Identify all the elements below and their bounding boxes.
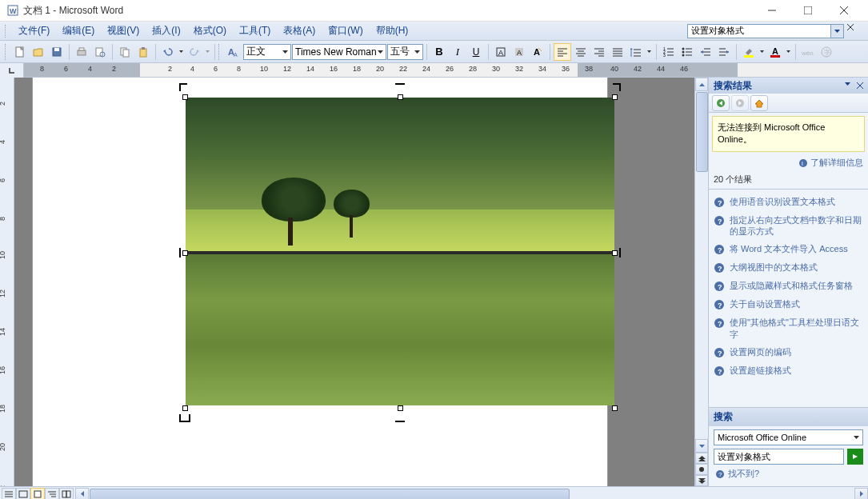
redo-button[interactable] bbox=[186, 43, 203, 61]
result-item[interactable]: ?将 Word 文本文件导入 Access bbox=[709, 240, 868, 258]
print-layout-view-button[interactable] bbox=[30, 488, 45, 500]
search-go-button[interactable] bbox=[847, 449, 863, 465]
ruler-tick: 44 bbox=[657, 65, 665, 73]
new-doc-button[interactable] bbox=[11, 43, 29, 61]
decrease-indent-button[interactable] bbox=[697, 43, 714, 61]
print-button[interactable] bbox=[73, 43, 90, 61]
font-color-button[interactable]: A bbox=[766, 43, 784, 61]
save-button[interactable] bbox=[48, 43, 66, 61]
menu-insert[interactable]: 插入(I) bbox=[146, 22, 186, 40]
align-left-button[interactable] bbox=[554, 43, 571, 61]
scroll-up-icon[interactable] bbox=[695, 78, 708, 91]
open-button[interactable] bbox=[30, 43, 47, 61]
not-found-link[interactable]: ?找不到? bbox=[714, 465, 863, 483]
svg-text:i: i bbox=[802, 160, 803, 167]
redo-dropdown[interactable] bbox=[203, 43, 211, 61]
vertical-ruler[interactable]: 24681012141618202 bbox=[0, 78, 14, 486]
copy-button[interactable] bbox=[116, 43, 134, 61]
menu-tools[interactable]: 工具(T) bbox=[233, 22, 277, 40]
scroll-left-icon[interactable] bbox=[75, 488, 89, 500]
grip-handle[interactable] bbox=[218, 44, 222, 60]
hscroll-thumb[interactable] bbox=[90, 489, 570, 500]
char-shading-button[interactable]: A bbox=[510, 43, 528, 61]
taskpane-dropdown-icon[interactable] bbox=[845, 82, 850, 89]
style-combo[interactable]: 正文 bbox=[243, 44, 291, 60]
outline-view-button[interactable] bbox=[45, 488, 59, 500]
reading-view-button[interactable] bbox=[59, 488, 74, 500]
align-right-button[interactable] bbox=[590, 43, 608, 61]
menu-table[interactable]: 表格(A) bbox=[277, 22, 322, 40]
bold-button[interactable]: B bbox=[430, 43, 448, 61]
minimize-button[interactable] bbox=[754, 0, 790, 22]
menu-edit[interactable]: 编辑(E) bbox=[56, 22, 101, 40]
search-scope-combo[interactable]: Microsoft Office Online bbox=[714, 429, 863, 445]
horizontal-ruler[interactable]: 8642246810121416182022242628303234363840… bbox=[0, 63, 868, 78]
inserted-image[interactable]: 独树一帜 bbox=[181, 85, 619, 421]
line-spacing-dropdown[interactable] bbox=[645, 43, 653, 61]
vertical-scrollbar[interactable] bbox=[694, 78, 708, 486]
menu-file[interactable]: 文件(F) bbox=[12, 22, 56, 40]
italic-button[interactable]: I bbox=[449, 43, 466, 61]
bullets-button[interactable] bbox=[678, 43, 696, 61]
result-item[interactable]: ?大纲视图中的文本格式 bbox=[709, 258, 868, 277]
undo-button[interactable] bbox=[159, 43, 177, 61]
style-format-button[interactable]: AA bbox=[225, 43, 242, 61]
grip-handle[interactable] bbox=[5, 44, 9, 60]
next-page-icon[interactable] bbox=[695, 475, 708, 486]
underline-button[interactable]: U bbox=[467, 43, 485, 61]
doc-close-button[interactable] bbox=[847, 24, 863, 38]
highlight-dropdown[interactable] bbox=[758, 43, 766, 61]
align-justify-button[interactable] bbox=[609, 43, 626, 61]
normal-view-button[interactable] bbox=[2, 488, 16, 500]
nav-forward-icon[interactable] bbox=[731, 95, 749, 111]
title-bar: W 文档 1 - Microsoft Word bbox=[0, 0, 868, 22]
scroll-down-icon[interactable] bbox=[695, 439, 708, 453]
menu-format[interactable]: 格式(O) bbox=[187, 22, 233, 40]
svg-rect-20 bbox=[142, 47, 145, 50]
result-item[interactable]: ?关于自动设置格式 bbox=[709, 295, 868, 313]
horizontal-scrollbar[interactable] bbox=[75, 488, 868, 500]
enclose-char-button[interactable]: 字 bbox=[818, 43, 835, 61]
print-preview-button[interactable] bbox=[91, 43, 109, 61]
increase-indent-button[interactable] bbox=[715, 43, 733, 61]
document-area[interactable]: 独树一帜 bbox=[14, 78, 694, 486]
nav-back-icon[interactable] bbox=[712, 95, 730, 111]
result-item[interactable]: ?使用"其他格式"工具栏处理日语文字 bbox=[709, 313, 868, 343]
close-button[interactable] bbox=[826, 0, 862, 22]
ask-question-box[interactable]: 设置对象格式 bbox=[687, 24, 831, 38]
font-effect-button[interactable]: A bbox=[529, 43, 546, 61]
result-item[interactable]: ?使用语音识别设置文本格式 bbox=[709, 193, 868, 211]
browse-object-icon[interactable] bbox=[695, 464, 708, 475]
fontsize-combo[interactable]: 五号 bbox=[387, 44, 423, 60]
grip-handle[interactable] bbox=[5, 25, 9, 38]
ask-dropdown-icon[interactable] bbox=[831, 24, 844, 38]
menu-window[interactable]: 窗口(W) bbox=[322, 22, 369, 40]
paste-button[interactable] bbox=[134, 43, 152, 61]
result-item[interactable]: ?设置网页的编码 bbox=[709, 343, 868, 361]
result-item[interactable]: ?设置超链接格式 bbox=[709, 361, 868, 380]
search-input[interactable] bbox=[714, 449, 844, 465]
undo-dropdown[interactable] bbox=[177, 43, 185, 61]
tab-selector-icon[interactable] bbox=[0, 63, 24, 78]
align-center-button[interactable] bbox=[572, 43, 590, 61]
web-view-button[interactable] bbox=[16, 488, 30, 500]
phonetic-guide-button[interactable]: wén bbox=[799, 43, 817, 61]
taskpane-close-icon[interactable] bbox=[857, 82, 863, 89]
scroll-thumb[interactable] bbox=[696, 92, 708, 172]
char-border-button[interactable]: A bbox=[492, 43, 510, 61]
detail-link[interactable]: 了解详细信息 bbox=[810, 158, 863, 167]
highlight-button[interactable] bbox=[740, 43, 758, 61]
numbering-button[interactable]: 123 bbox=[660, 43, 678, 61]
font-color-dropdown[interactable] bbox=[784, 43, 792, 61]
line-spacing-button[interactable] bbox=[627, 43, 645, 61]
result-item[interactable]: ?指定从右向左式文档中数字和日期的显示方式 bbox=[709, 211, 868, 241]
svg-text:wén: wén bbox=[802, 50, 814, 57]
scroll-right-icon[interactable] bbox=[854, 488, 868, 500]
font-combo[interactable]: Times New Roman bbox=[292, 44, 386, 60]
prev-page-icon[interactable] bbox=[695, 453, 708, 464]
maximize-button[interactable] bbox=[790, 0, 826, 22]
nav-home-icon[interactable] bbox=[750, 95, 768, 111]
menu-help[interactable]: 帮助(H) bbox=[370, 22, 415, 40]
menu-view[interactable]: 视图(V) bbox=[101, 22, 146, 40]
result-item[interactable]: ?显示或隐藏样式和格式任务窗格 bbox=[709, 277, 868, 295]
